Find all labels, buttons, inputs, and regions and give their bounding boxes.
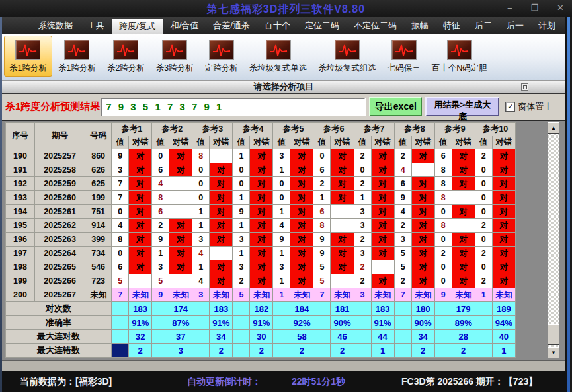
summary-empty-cell[interactable]: [273, 302, 290, 316]
summary-value-cell[interactable]: 183: [210, 302, 233, 316]
summary-empty-cell[interactable]: [273, 344, 290, 358]
value-cell[interactable]: 9: [273, 233, 290, 247]
toolbar-button[interactable]: 七码保三: [382, 36, 426, 77]
menu-item[interactable]: 定位二码: [298, 17, 347, 34]
toolbar-button[interactable]: 杀1跨分析: [53, 36, 101, 77]
issue-cell[interactable]: 2025264: [35, 247, 85, 260]
number-cell[interactable]: 199: [85, 191, 112, 205]
value-cell[interactable]: 1: [233, 219, 250, 233]
result-cell[interactable]: 对: [452, 260, 475, 274]
result-cell[interactable]: 未知: [411, 288, 434, 302]
value-cell[interactable]: 6: [152, 163, 169, 177]
value-cell[interactable]: 3: [192, 288, 210, 302]
summary-empty-cell[interactable]: [273, 316, 290, 330]
result-cell[interactable]: 对: [452, 233, 475, 247]
summary-empty-cell[interactable]: [394, 316, 411, 330]
value-cell[interactable]: 3: [192, 233, 210, 247]
value-cell[interactable]: 1: [233, 191, 250, 205]
value-cell[interactable]: 0: [152, 149, 169, 163]
summary-empty-cell[interactable]: [434, 302, 452, 316]
value-cell[interactable]: 5: [233, 288, 250, 302]
summary-empty-cell[interactable]: [192, 316, 210, 330]
summary-empty-cell[interactable]: [354, 302, 371, 316]
summary-empty-cell[interactable]: [394, 302, 411, 316]
value-cell[interactable]: 0: [475, 205, 492, 219]
value-cell[interactable]: 0: [273, 191, 290, 205]
summary-empty-cell[interactable]: [192, 302, 210, 316]
summary-empty-cell[interactable]: [475, 330, 492, 344]
result-cell[interactable]: 未知: [371, 288, 394, 302]
result-cell[interactable]: 对: [371, 149, 394, 163]
result-cell[interactable]: 对: [250, 149, 273, 163]
result-cell[interactable]: 对: [371, 233, 394, 247]
summary-value-cell[interactable]: 182: [250, 302, 273, 316]
value-cell[interactable]: 8: [313, 219, 331, 233]
summary-empty-cell[interactable]: [434, 344, 452, 358]
value-cell[interactable]: 9: [394, 191, 411, 205]
menu-item[interactable]: 系统数据: [31, 17, 80, 34]
result-cell[interactable]: [411, 163, 434, 177]
value-cell[interactable]: 3: [354, 205, 371, 219]
summary-value-cell[interactable]: 1: [492, 344, 515, 358]
value-cell[interactable]: 7: [313, 288, 331, 302]
summary-value-cell[interactable]: 32: [129, 330, 152, 344]
result-cell[interactable]: [169, 205, 192, 219]
summary-empty-cell[interactable]: [273, 330, 290, 344]
value-cell[interactable]: 3: [354, 247, 371, 260]
result-cell[interactable]: [129, 274, 152, 288]
value-cell[interactable]: 0: [475, 233, 492, 247]
value-cell[interactable]: 1: [273, 274, 290, 288]
summary-empty-cell[interactable]: [394, 330, 411, 344]
result-cell[interactable]: 对: [250, 191, 273, 205]
result-cell[interactable]: 对: [331, 177, 354, 191]
summary-empty-cell[interactable]: [313, 330, 331, 344]
summary-empty-cell[interactable]: [434, 330, 452, 344]
summary-empty-cell[interactable]: [152, 330, 169, 344]
summary-empty-cell[interactable]: [313, 316, 331, 330]
value-cell[interactable]: 8: [434, 177, 452, 191]
result-cell[interactable]: 对: [371, 247, 394, 260]
value-cell[interactable]: 1: [273, 288, 290, 302]
result-cell[interactable]: 对: [169, 247, 192, 260]
value-cell[interactable]: 8: [434, 191, 452, 205]
result-cell[interactable]: 对: [169, 163, 192, 177]
toolbar-button[interactable]: 定跨分析: [200, 36, 243, 77]
summary-empty-cell[interactable]: [152, 344, 169, 358]
value-cell[interactable]: 6: [112, 260, 129, 274]
value-cell[interactable]: 3: [273, 260, 290, 274]
summary-empty-cell[interactable]: [394, 344, 411, 358]
value-cell[interactable]: 1: [233, 247, 250, 260]
result-cell[interactable]: 对: [492, 274, 515, 288]
value-cell[interactable]: 0: [354, 163, 371, 177]
issue-cell[interactable]: 2025266: [35, 274, 85, 288]
number-cell[interactable]: 723: [85, 274, 112, 288]
value-cell[interactable]: 1: [192, 219, 210, 233]
scroll-up-icon[interactable]: ▲: [548, 122, 559, 134]
result-cell[interactable]: 对: [169, 233, 192, 247]
summary-value-cell[interactable]: 92%: [290, 316, 313, 330]
value-cell[interactable]: 1: [273, 205, 290, 219]
value-cell[interactable]: 9: [233, 205, 250, 219]
menu-item[interactable]: 不定位二码: [347, 17, 404, 34]
value-cell[interactable]: 9: [313, 247, 331, 260]
seq-cell[interactable]: 195: [6, 219, 35, 233]
value-cell[interactable]: 4: [273, 219, 290, 233]
issue-cell[interactable]: 2025262: [35, 219, 85, 233]
toolbar-button[interactable]: 杀2跨分析: [102, 36, 150, 77]
value-cell[interactable]: 8: [434, 163, 452, 177]
summary-value-cell[interactable]: 181: [331, 302, 354, 316]
result-cell[interactable]: 对: [290, 219, 313, 233]
result-cell[interactable]: 对: [411, 219, 434, 233]
value-cell[interactable]: 2: [394, 149, 411, 163]
menu-item[interactable]: 特征: [436, 17, 468, 34]
result-input[interactable]: [101, 98, 366, 116]
value-cell[interactable]: 0: [112, 247, 129, 260]
result-cell[interactable]: 对: [250, 205, 273, 219]
issue-cell[interactable]: 2025260: [35, 191, 85, 205]
menu-item[interactable]: 计划: [531, 17, 563, 34]
value-cell[interactable]: 2: [475, 274, 492, 288]
number-cell[interactable]: 860: [85, 149, 112, 163]
value-cell[interactable]: 0: [192, 163, 210, 177]
value-cell[interactable]: 1: [273, 163, 290, 177]
summary-empty-cell[interactable]: [434, 316, 452, 330]
